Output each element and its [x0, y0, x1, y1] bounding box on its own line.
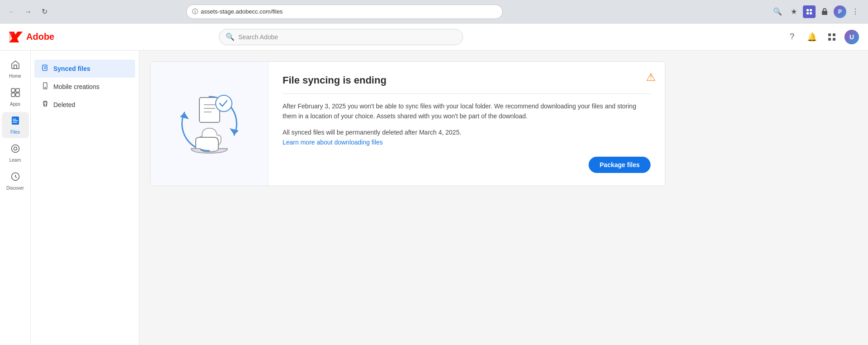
- help-button[interactable]: ?: [785, 30, 799, 44]
- sidebar-item-discover-label: Discover: [6, 186, 24, 191]
- app-header: Adobe 🔍 ? 🔔: [0, 23, 868, 51]
- banner-secondary-text: All synced files will be permanently del…: [283, 129, 651, 136]
- svg-rect-21: [42, 65, 47, 70]
- adobe-logo: Adobe: [9, 32, 54, 42]
- home-icon: [10, 60, 20, 72]
- sub-sidebar-item-synced-files-label: Synced files: [53, 65, 90, 72]
- address-security-icon: ⓘ: [192, 8, 198, 16]
- svg-rect-7: [833, 38, 835, 41]
- svg-rect-0: [807, 9, 809, 11]
- deleted-icon: [42, 100, 49, 109]
- svg-rect-2: [807, 12, 809, 14]
- package-files-button[interactable]: Package files: [589, 157, 651, 173]
- notifications-button[interactable]: 🔔: [805, 30, 819, 44]
- svg-rect-11: [16, 89, 19, 92]
- sub-sidebar-item-deleted-label: Deleted: [53, 101, 75, 108]
- svg-point-23: [45, 87, 46, 88]
- synced-files-icon: [42, 64, 49, 73]
- address-bar[interactable]: ⓘ assets-stage.adobecc.com/files: [186, 5, 503, 19]
- sidebar-item-files-label: Files: [10, 130, 20, 135]
- sub-sidebar-item-deleted[interactable]: Deleted: [34, 96, 135, 114]
- app-wrapper: Adobe 🔍 ? 🔔: [0, 23, 868, 345]
- svg-point-30: [216, 95, 232, 112]
- sidebar-item-apps-label: Apps: [10, 102, 20, 107]
- svg-rect-15: [13, 119, 16, 120]
- banner-body-text: After February 3, 2025 you won't be able…: [283, 101, 651, 121]
- banner-title: File syncing is ending: [283, 75, 651, 86]
- svg-rect-6: [828, 38, 831, 41]
- browser-search-button[interactable]: 🔍: [770, 5, 785, 19]
- svg-rect-4: [828, 33, 831, 36]
- svg-point-18: [11, 145, 19, 153]
- reload-button[interactable]: ↻: [38, 5, 51, 18]
- forward-button[interactable]: →: [22, 5, 34, 18]
- apps-icon: [10, 88, 20, 100]
- bell-icon: 🔔: [807, 32, 817, 42]
- discover-icon: [10, 172, 20, 184]
- apps-grid-button[interactable]: [825, 30, 839, 44]
- warning-icon: ⚠: [646, 71, 656, 84]
- sidebar-item-apps[interactable]: Apps: [2, 84, 29, 110]
- files-icon: [10, 116, 20, 128]
- back-button[interactable]: ←: [5, 5, 18, 18]
- banner-actions: Package files: [283, 157, 651, 173]
- sidebar-item-home[interactable]: Home: [2, 56, 29, 82]
- adobe-logo-text: Adobe: [26, 32, 54, 42]
- browser-right-icons: 🔍 ★ P ⋮: [770, 5, 863, 19]
- learn-icon: [10, 144, 20, 156]
- adobe-logo-icon: [9, 32, 23, 42]
- sub-sidebar-item-synced-files[interactable]: Synced files: [34, 60, 135, 78]
- svg-rect-12: [11, 93, 15, 97]
- learn-more-link[interactable]: Learn more about downloading files: [283, 139, 383, 146]
- svg-marker-24: [230, 128, 239, 135]
- sub-sidebar-item-mobile-label: Mobile creations: [53, 83, 99, 90]
- banner-divider: [283, 93, 651, 94]
- svg-rect-3: [810, 12, 812, 14]
- sidebar-item-learn-label: Learn: [9, 158, 21, 163]
- header-search: 🔍: [219, 29, 463, 45]
- help-icon: ?: [790, 32, 794, 42]
- search-box[interactable]: 🔍: [219, 29, 463, 45]
- banner-card: ⚠ File syncing is ending After February …: [150, 61, 665, 186]
- avatar-image: U: [844, 30, 859, 44]
- sub-sidebar: Synced files Mobile creations Delet: [31, 51, 139, 345]
- browser-extensions-button[interactable]: [817, 5, 832, 19]
- svg-text:U: U: [849, 33, 854, 41]
- search-input[interactable]: [238, 33, 456, 41]
- browser-menu-button[interactable]: ⋮: [848, 5, 863, 19]
- left-sidebar: Home Apps: [0, 51, 31, 345]
- browser-bookmark-button[interactable]: ★: [787, 5, 801, 19]
- sub-sidebar-item-mobile-creations[interactable]: Mobile creations: [34, 78, 135, 96]
- sidebar-item-files[interactable]: Files: [2, 112, 29, 138]
- svg-marker-25: [180, 112, 189, 119]
- svg-rect-16: [13, 121, 18, 121]
- app-body: Home Apps: [0, 51, 868, 345]
- svg-rect-1: [810, 9, 812, 11]
- browser-extension-icon: [803, 5, 816, 18]
- banner-illustration: [151, 62, 268, 186]
- sync-ending-illustration: [169, 83, 250, 164]
- svg-point-19: [14, 147, 17, 150]
- main-content: ⚠ File syncing is ending After February …: [139, 51, 868, 345]
- address-url: assets-stage.adobecc.com/files: [201, 8, 283, 15]
- svg-rect-10: [11, 89, 15, 92]
- sidebar-item-home-label: Home: [9, 74, 21, 79]
- sidebar-item-learn[interactable]: Learn: [2, 140, 29, 166]
- header-right-icons: ? 🔔: [785, 30, 859, 44]
- search-icon: 🔍: [226, 33, 235, 41]
- svg-rect-5: [833, 33, 835, 36]
- svg-rect-13: [16, 93, 19, 97]
- user-avatar[interactable]: U: [844, 30, 859, 44]
- browser-chrome: ← → ↻ ⓘ assets-stage.adobecc.com/files 🔍…: [0, 0, 868, 23]
- sidebar-item-discover[interactable]: Discover: [2, 168, 29, 194]
- grid-icon: [828, 33, 836, 41]
- browser-profile-avatar[interactable]: P: [834, 5, 846, 18]
- svg-rect-17: [13, 122, 17, 123]
- mobile-creations-icon: [42, 82, 49, 91]
- banner-content: ⚠ File syncing is ending After February …: [268, 62, 665, 186]
